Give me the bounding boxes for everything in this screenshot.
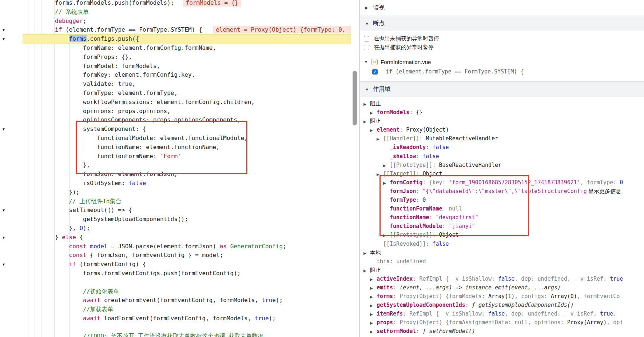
chevron-right-icon[interactable]: ▶ xyxy=(370,301,377,309)
code-line[interactable]: workflowPermissions: element.formConfig.… xyxy=(23,98,359,107)
chevron-right-icon[interactable]: ▶ xyxy=(370,310,377,318)
code-line[interactable]: forms.formEventConfigs.push(formEventCon… xyxy=(23,269,359,278)
code-line[interactable]: formModel: formModels, xyxy=(23,62,359,71)
chevron-right-icon[interactable]: ▶ xyxy=(365,5,373,10)
pause-on-uncaught-checkbox[interactable] xyxy=(364,36,369,41)
scope-formconfig[interactable]: ▶formConfig: {key: 'form_190016868572830… xyxy=(360,178,644,187)
fold-marker-icon[interactable]: ▼ xyxy=(2,235,5,241)
code-line[interactable]: opinionsComponents: props.opinionsCompon… xyxy=(23,116,359,125)
code-line[interactable]: if (element.formType == FormType.SYSTEM)… xyxy=(23,25,359,35)
scope-forms[interactable]: ▶forms: Proxy(Object) {formModels: Array… xyxy=(360,292,644,301)
watch-section-header[interactable]: ▶ 监视 xyxy=(360,0,644,16)
chevron-right-icon[interactable]: ▶ xyxy=(370,284,377,292)
fold-marker-icon[interactable]: ▼ xyxy=(2,36,5,42)
code-line[interactable]: //TODO: 暂不放开 工作流没有获取表单数据这个步骤 获取表单数据 xyxy=(23,332,359,337)
scope-local[interactable]: ▶本地 xyxy=(360,248,644,257)
chevron-right-icon[interactable]: ▶ xyxy=(370,275,377,283)
chevron-right-icon[interactable]: ▶ xyxy=(370,109,377,117)
chevron-down-icon[interactable]: ▼ xyxy=(365,21,373,26)
code-line[interactable]: isOldSystem: false xyxy=(23,179,359,188)
chevron-right-icon[interactable]: ▶ xyxy=(370,328,377,336)
chevron-right-icon[interactable]: ▶ xyxy=(363,100,370,108)
breakpoints-section-header[interactable]: ▼ 断点 xyxy=(360,16,644,31)
scope-setformmodel[interactable]: ▶setFormModel: ƒ setFormModel() xyxy=(360,327,644,336)
chevron-right-icon[interactable]: ▶ xyxy=(383,231,390,239)
fold-gutter[interactable]: ▼▼▼▼▼▼ xyxy=(0,0,11,337)
fold-marker-icon[interactable]: ▼ xyxy=(2,127,5,132)
code-line[interactable]: const model = JSON.parse(element.formJso… xyxy=(23,242,359,251)
scope-prototype2[interactable]: ▶[[Prototype]]: Object xyxy=(360,230,644,239)
code-line[interactable]: formType: element.formType, xyxy=(23,89,359,98)
chevron-right-icon[interactable]: ▶ xyxy=(363,249,370,257)
fold-marker-icon[interactable]: ▼ xyxy=(2,208,5,213)
code-line[interactable]: forms.formModels.push(formModels);formMo… xyxy=(23,0,359,8)
breakpoint-file-group[interactable]: ▼ <> FormInformation.vue xyxy=(360,57,644,67)
scrollbar-thumb[interactable] xyxy=(353,71,357,125)
source-editor[interactable]: ▼▼▼▼▼▼ forms.formModels.push(formModels)… xyxy=(0,0,359,337)
code-line[interactable]: formKey: element.formConfig.key, xyxy=(23,71,359,80)
pause-on-caught-checkbox[interactable] xyxy=(364,45,369,50)
code-line[interactable]: setTimeout(() => { xyxy=(23,206,359,215)
code-line[interactable]: const { formJson, formEventConfig } = mo… xyxy=(23,251,359,260)
code-line[interactable]: systemComponent: { xyxy=(23,125,359,134)
chevron-right-icon[interactable]: ▶ xyxy=(383,161,390,169)
code-line[interactable] xyxy=(23,323,359,332)
pause-on-caught-row[interactable]: 在抛出捕获的异常时暂停 xyxy=(360,43,644,52)
chevron-right-icon[interactable]: ▶ xyxy=(383,179,390,187)
scope-prototype[interactable]: ▶[[Prototype]]: BaseReactiveHandler xyxy=(360,161,644,169)
scope-emits[interactable]: ▶emits: (event, ...args) => instance.emi… xyxy=(360,283,644,292)
code-line[interactable]: functionName: element.functionName, xyxy=(23,143,359,152)
code-line[interactable]: if (formEventConfig) { xyxy=(23,260,359,269)
breakpoint-checkbox[interactable]: ✓ xyxy=(372,69,378,75)
chevron-right-icon[interactable]: ▶ xyxy=(370,126,377,134)
chevron-right-icon[interactable]: ▶ xyxy=(377,135,383,143)
code-line[interactable]: functionFormName: 'Form' xyxy=(23,152,359,161)
chevron-right-icon[interactable]: ▶ xyxy=(370,293,377,301)
chevron-down-icon[interactable]: ▼ xyxy=(364,60,371,64)
code-line[interactable]: }, 0); xyxy=(23,224,359,233)
code-area[interactable]: forms.formModels.push(formModels);formMo… xyxy=(0,0,359,337)
scope-var-element[interactable]: ▶element: Proxy(Object) xyxy=(360,125,644,134)
fold-marker-icon[interactable]: ▼ xyxy=(2,262,5,268)
code-line[interactable]: //加载表单 xyxy=(23,305,359,314)
chevron-right-icon[interactable]: ▶ xyxy=(370,319,377,327)
scope-handler[interactable]: ▶[[Handler]]: MutableReactiveHandler xyxy=(360,134,644,143)
code-line[interactable]: formJson: element.formJson, xyxy=(23,170,359,179)
code-line[interactable]: functionalModule: element.functionalModu… xyxy=(23,134,359,143)
pause-on-uncaught-row[interactable]: 在抛出未捕获的异常时暂停 xyxy=(360,34,644,43)
execution-line[interactable]: forms.configs.push({ xyxy=(23,35,359,44)
code-line[interactable]: opinions: props.opinions, xyxy=(23,107,359,116)
code-line[interactable]: await loadFormEvent(formEventConfig, for… xyxy=(23,314,359,323)
code-line[interactable]: debugger; xyxy=(23,17,359,26)
editor-scrollbar[interactable] xyxy=(351,0,359,337)
chevron-right-icon[interactable]: ▶ xyxy=(377,170,383,178)
scope-itemrefs[interactable]: ▶itemRefs: RefImpl {__v_isShallow: false… xyxy=(360,309,644,318)
scope-var-formModels[interactable]: ▶formModels: {} xyxy=(360,108,644,117)
code-line[interactable]: formName: element.formConfig.formName, xyxy=(23,44,359,53)
scope-block[interactable]: ▶阻止 xyxy=(360,99,644,108)
code-line[interactable]: }); xyxy=(23,188,359,197)
scope-target[interactable]: ▶[[Target]]: Object xyxy=(360,169,644,178)
code-line[interactable] xyxy=(23,278,359,287)
code-line[interactable]: formProps: {}, xyxy=(23,53,359,62)
scope-getsystemuploadcomponentids[interactable]: ▶getSystemUploadComponentIds: ƒ getSyste… xyxy=(360,301,644,309)
scope-formjson: formJson: "{\"databaseId\":\"master\",\"… xyxy=(360,187,644,196)
scope-block[interactable]: ▶阻止 xyxy=(360,117,644,125)
scope-activeindex[interactable]: ▶activeIndex: RefImpl {__v_isShallow: fa… xyxy=(360,274,644,283)
chevron-down-icon[interactable]: ▼ xyxy=(365,87,373,92)
scope-props[interactable]: ▶props: Proxy(Object) {formAssignmentDat… xyxy=(360,318,644,327)
code-line[interactable]: }, xyxy=(23,161,359,170)
fold-marker-icon[interactable]: ▼ xyxy=(2,27,5,33)
code-line[interactable]: // 系统表单 xyxy=(23,8,359,17)
code-line[interactable]: validate: true, xyxy=(23,80,359,89)
code-line[interactable]: getSystemUploadComponentIds(); xyxy=(23,215,359,224)
code-line[interactable]: //初始化表单 xyxy=(23,287,359,296)
code-line[interactable]: } else { xyxy=(23,233,359,242)
scope-section-header[interactable]: ▼ 作用域 xyxy=(360,81,644,97)
chevron-right-icon[interactable]: ▶ xyxy=(363,117,370,125)
scope-block[interactable]: ▶阻止 xyxy=(360,266,644,274)
breakpoint-entry[interactable]: ✓ if (element.formType == FormType.SYSTE… xyxy=(360,67,644,76)
chevron-right-icon[interactable]: ▶ xyxy=(363,266,370,274)
code-line[interactable]: // 上传组件Id集合 xyxy=(23,197,359,206)
code-line[interactable]: await createFormEvent(formEventConfig, f… xyxy=(23,296,359,305)
